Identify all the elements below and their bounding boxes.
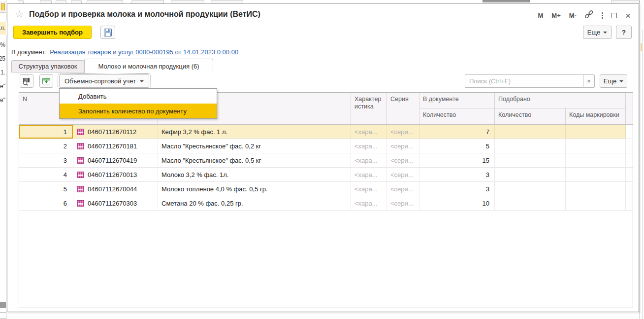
- background-scrollbar-thumb[interactable]: [0, 302, 6, 308]
- screen: л. % ,25 1. е" е" ☆ Подбор и проверка мо…: [0, 0, 644, 319]
- column-header-characteristic[interactable]: Характеристика: [351, 93, 387, 124]
- cell-n: 1: [19, 125, 73, 139]
- more-button-top[interactable]: Еще: [583, 26, 612, 39]
- cell-name: Молоко топленое 4,0 % фас. 0,5 гр.: [158, 182, 351, 196]
- search-input[interactable]: [465, 74, 583, 88]
- products-table: N Характеристика Серия В документе Подоб…: [19, 92, 633, 308]
- save-button[interactable]: [100, 26, 115, 39]
- cell-qty-picked: [495, 139, 566, 153]
- document-link[interactable]: Реализация товаров и услуг 0000-000195 о…: [50, 48, 238, 56]
- column-header-picked[interactable]: Подобрано: [495, 93, 626, 108]
- menu-item[interactable]: Заполнить количество по документу: [60, 104, 217, 118]
- cell-qty-picked: [495, 196, 566, 210]
- cell-qty-picked: [495, 153, 566, 167]
- background-toolbar-fragment: [71, 0, 82, 3]
- kebab-menu-icon[interactable]: [602, 12, 603, 19]
- more-button-list[interactable]: Еще: [600, 74, 627, 88]
- background-line: [0, 312, 6, 313]
- cell-code: 04607112670419: [88, 157, 137, 164]
- tab-packing-structure[interactable]: Структура упаковок: [11, 60, 84, 72]
- search-clear-icon[interactable]: ×: [583, 74, 595, 88]
- cell-qty-in-document: 10: [419, 196, 495, 210]
- link-icon[interactable]: [585, 10, 593, 21]
- background-toolbar-fragment: [56, 0, 66, 3]
- document-label: В документ:: [11, 48, 47, 56]
- cell-series: <сери...: [387, 139, 419, 153]
- column-header-in-document[interactable]: В документе: [419, 93, 495, 108]
- menu-item[interactable]: Добавить: [60, 89, 217, 104]
- barcode-scan-icon: [22, 77, 31, 86]
- cell-marking-codes: [566, 182, 626, 196]
- background-button: [0, 1, 6, 13]
- cell-marking-codes: [566, 153, 626, 167]
- memory-minus-button[interactable]: M-: [569, 12, 577, 19]
- memory-button[interactable]: M: [538, 12, 543, 19]
- background-toolbar-fragment: [211, 0, 243, 3]
- table-row[interactable]: 1 04607112670112 Кефир 3,2 % фас. 1 л. <…: [19, 125, 633, 139]
- background-toolbar-fragment: [131, 0, 164, 3]
- mode-dropdown-menu: ДобавитьЗаполнить количество по документ…: [59, 88, 217, 119]
- mode-dropdown-button[interactable]: Объемно-сортовой учет: [59, 74, 149, 88]
- cell-qty-picked: [495, 125, 566, 139]
- cell-qty-in-document: 5: [419, 139, 495, 153]
- barcode-item-icon: [77, 129, 84, 135]
- cell-characteristic: <хара...: [351, 153, 387, 167]
- column-header-quantity-doc[interactable]: Количество: [419, 108, 495, 124]
- memory-plus-button[interactable]: M+: [551, 12, 560, 19]
- table-row[interactable]: 2 04607112670181 Масло "Крестьянское" фа…: [19, 139, 633, 153]
- cell-characteristic: <хара...: [351, 182, 387, 196]
- background-line: [0, 318, 6, 319]
- search-box: ×: [465, 74, 595, 88]
- cell-n: 2: [19, 139, 73, 153]
- cell-series: <сери...: [387, 168, 419, 181]
- fill-from-document-button[interactable]: [39, 74, 53, 88]
- column-header-marking-codes[interactable]: Коды маркировки: [566, 108, 626, 124]
- cell-name: Масло "Крестьянское" фас. 0,5 кг: [158, 153, 351, 167]
- table-row[interactable]: 3 04607112670419 Масло "Крестьянское" фа…: [19, 153, 633, 168]
- save-icon: [103, 28, 112, 37]
- barcode-scan-button[interactable]: [20, 74, 33, 88]
- cell-series: <сери...: [387, 153, 419, 167]
- finish-pick-button[interactable]: Завершить подбор: [13, 26, 92, 39]
- background-toolbar-fragment: [611, 0, 640, 3]
- dialog-title: Подбор и проверка молока и молочной прод…: [29, 10, 260, 19]
- cell-n: 3: [19, 153, 73, 167]
- cell-series: <сери...: [387, 125, 419, 139]
- column-header-series[interactable]: Серия: [387, 93, 419, 124]
- table-body: 1 04607112670112 Кефир 3,2 % фас. 1 л. <…: [19, 125, 633, 211]
- barcode-item-icon: [77, 157, 84, 164]
- cell-marking-codes: [566, 196, 626, 210]
- cell-qty-in-document: 3: [419, 168, 495, 181]
- cell-characteristic: <хара...: [351, 168, 387, 181]
- maximize-icon[interactable]: [612, 13, 617, 18]
- cell-characteristic: <хара...: [351, 196, 387, 210]
- favorite-star-icon[interactable]: ☆: [15, 8, 24, 20]
- close-icon[interactable]: ×: [625, 13, 631, 18]
- cell-qty-picked: [495, 168, 566, 181]
- column-header-quantity-picked[interactable]: Количество: [495, 108, 566, 124]
- chevron-down-icon: [603, 32, 607, 34]
- cell-name: Сметана 20 % фас. 0,25 гр.: [158, 196, 351, 210]
- cell-characteristic: <хара...: [351, 125, 387, 139]
- background-toolbar-fragment: [87, 0, 123, 3]
- table-row[interactable]: 4 04607112670013 Молоко 3,2 % фас. 1л. <…: [19, 168, 633, 182]
- cell-n: 6: [19, 196, 73, 210]
- cell-qty-picked: [495, 182, 566, 196]
- cell-code: 04607112670112: [88, 128, 136, 136]
- background-yellow-icon: [1, 3, 5, 10]
- column-header-filler: [626, 93, 633, 124]
- cell-code: 04607112670044: [88, 185, 137, 193]
- cell-characteristic: <хара...: [351, 139, 387, 153]
- background-toolbar-fragment: [171, 0, 204, 3]
- table-row[interactable]: 5 04607112670044 Молоко топленое 4,0 % ф…: [19, 182, 633, 196]
- chevron-down-icon: [140, 80, 144, 82]
- cell-marking-codes: [566, 125, 626, 139]
- fill-table-icon: [42, 77, 51, 86]
- cell-qty-in-document: 15: [419, 153, 495, 167]
- background-scrollbar-track[interactable]: [642, 30, 643, 319]
- help-button[interactable]: ?: [616, 26, 632, 39]
- tab-milk-products[interactable]: Молоко и молочная продукция (6): [84, 59, 213, 73]
- background-text-fragment: ,25: [0, 55, 5, 62]
- cell-qty-in-document: 7: [419, 125, 495, 139]
- table-row[interactable]: 6 04607112670303 Сметана 20 % фас. 0,25 …: [19, 196, 633, 211]
